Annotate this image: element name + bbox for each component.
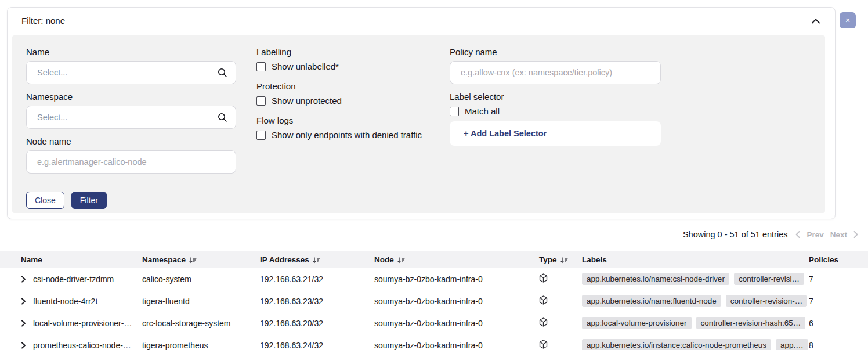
policies-count: 8 [809,341,868,350]
show-unlabelled-label: Show unlabelled* [272,62,339,71]
column-header-ip-addresses[interactable]: IP Addresses [260,255,374,264]
chevron-right-icon[interactable] [853,231,858,238]
policy-name-filter-label: Policy name [450,47,661,57]
endpoint-name: csi-node-driver-tzdmm [33,275,114,284]
table-row: prometheus-calico-node-… tigera-promethe… [0,334,868,350]
policies-count: 7 [809,275,868,284]
label-chip: controller-revision-hash:65… [696,317,806,329]
table-row: csi-node-driver-tzdmm calico-system 192.… [0,268,868,290]
filter-form: Name Select... Namespace Select... Node … [12,35,825,213]
denied-traffic-label: Show only endpoints with denied traffic [272,130,422,140]
endpoint-name: local-volume-provisioner-… [33,319,132,328]
endpoint-namespace: tigera-fluentd [142,297,260,306]
endpoint-node: soumya-bz-0zbo-kadm-infra-0 [374,341,539,350]
policy-name-input[interactable] [450,61,661,84]
endpoint-name: prometheus-calico-node-… [33,341,131,350]
label-chip: app.kubernetes.io/instance:calico-node-p… [582,339,771,350]
sort-icon [313,257,320,264]
sort-icon [397,257,405,264]
endpoints-table: Name Namespace IP Addresses Node Type La… [0,251,868,350]
endpoint-ip: 192.168.63.21/32 [260,275,374,284]
match-all-label: Match all [465,106,500,116]
sort-icon [189,257,197,264]
node-name-filter-label: Node name [26,136,236,146]
namespace-select-placeholder: Select... [37,113,218,122]
column-header-namespace[interactable]: Namespace [142,255,260,264]
name-filter-label: Name [26,47,236,57]
endpoint-namespace: calico-system [142,275,260,284]
label-chip: app.kubernetes.io/name:csi-node-driver [582,273,729,285]
endpoint-node: soumya-bz-0zbo-kadm-infra-0 [374,297,539,306]
close-icon: × [845,16,850,25]
expand-row-icon[interactable] [21,320,26,327]
endpoints-page: Filter: none Name Select... Namespace [0,0,868,350]
filter-panel-header: Filter: none [8,8,835,34]
show-unlabelled-checkbox[interactable] [256,62,266,71]
cube-icon [539,317,548,327]
label-chip: controller-revision-… [726,295,808,307]
column-header-labels: Labels [582,255,809,264]
endpoint-ip: 192.168.63.23/32 [260,297,374,306]
policies-count: 6 [809,319,868,328]
endpoint-name: fluentd-node-4rr2t [33,297,97,306]
search-icon [218,113,227,122]
filter-panel: Filter: none Name Select... Namespace [7,7,836,219]
endpoint-namespace: tigera-prometheus [142,341,260,350]
pagination: Showing 0 - 51 of 51 entries Prev Next [683,230,858,239]
endpoint-ip: 192.168.63.20/32 [260,319,374,328]
close-button[interactable]: Close [26,192,64,209]
expand-row-icon[interactable] [21,298,26,305]
label-chip: app.… [776,339,808,350]
expand-row-icon[interactable] [21,342,26,349]
label-chip: app.kubernetes.io/name:fluentd-node [582,295,721,307]
namespace-filter-label: Namespace [26,92,236,102]
cube-icon [539,273,548,283]
node-name-input[interactable] [26,150,236,174]
collapse-filter-button[interactable] [809,15,822,28]
endpoint-node: soumya-bz-0zbo-kadm-infra-0 [374,319,539,328]
next-page-button[interactable]: Next [830,230,847,239]
search-icon [218,68,227,78]
show-unprotected-checkbox[interactable] [256,96,266,106]
endpoint-ip: 192.168.63.24/32 [260,341,374,350]
show-unprotected-label: Show unprotected [272,96,342,106]
name-select[interactable]: Select... [26,61,236,84]
protection-section-label: Protection [256,81,431,91]
flow-logs-section-label: Flow logs [256,116,431,125]
close-filter-panel-button[interactable]: × [840,12,856,28]
endpoint-namespace: crc-local-storage-system [142,319,260,328]
name-select-placeholder: Select... [37,68,218,77]
column-header-type[interactable]: Type [539,255,582,264]
column-header-node[interactable]: Node [374,255,539,264]
table-header-row: Name Namespace IP Addresses Node Type La… [0,251,868,268]
sort-icon [560,257,568,264]
policies-count: 7 [809,297,868,306]
cube-icon [539,340,548,349]
entries-summary: Showing 0 - 51 of 51 entries [683,230,788,239]
cube-icon [539,295,548,305]
endpoint-node: soumya-bz-0zbo-kadm-infra-0 [374,275,539,284]
column-header-name: Name [21,255,142,264]
prev-page-button[interactable]: Prev [806,230,823,239]
chevron-up-icon [812,19,820,24]
label-selector-section-label: Label selector [450,92,661,102]
expand-row-icon[interactable] [21,276,26,283]
column-header-policies: Policies [809,255,868,264]
add-label-selector-button[interactable]: + Add Label Selector [450,121,661,146]
filter-title: Filter: none [21,16,65,26]
chevron-left-icon[interactable] [795,231,800,238]
namespace-select[interactable]: Select... [26,106,236,129]
label-chip: app:local-volume-provisioner [582,317,692,329]
label-chip: controller-revisi… [734,273,804,285]
filter-button[interactable]: Filter [71,192,107,209]
labelling-section-label: Labelling [256,47,431,57]
table-row: fluentd-node-4rr2t tigera-fluentd 192.16… [0,290,868,312]
table-row: local-volume-provisioner-… crc-local-sto… [0,312,868,334]
denied-traffic-checkbox[interactable] [256,131,266,140]
match-all-checkbox[interactable] [450,107,459,116]
